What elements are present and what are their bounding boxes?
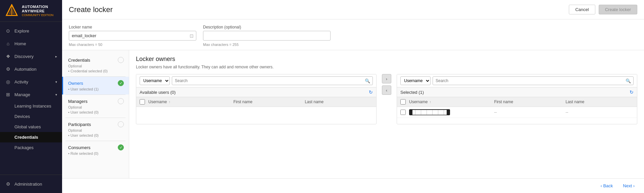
step-consumers[interactable]: Consumers ✓ • Role selected (0) [62,141,129,159]
available-search-icon: 🔍 [365,78,370,83]
sidebar-item-devices[interactable]: Devices [0,111,62,122]
move-right-button[interactable]: › [382,74,391,83]
selected-col-lastname: Last name [565,100,634,104]
activity-chevron: ▾ [55,80,57,84]
content-body: Credentials Optional • Credential select… [62,50,644,178]
cancel-button[interactable]: Cancel [569,5,595,14]
step-managers-label: Managers [68,99,88,104]
sidebar-label-manage: Manage [14,92,30,97]
available-col-lastname: Last name [305,100,373,104]
description-input[interactable] [203,31,331,41]
sidebar-label-explore: Explore [14,28,29,34]
selected-search-input[interactable] [433,76,634,85]
sidebar-label-administration: Administration [14,182,42,187]
sidebar-label-discovery: Discovery [14,54,34,59]
username-pill: ████████████ [409,109,450,115]
sidebar-item-global-values[interactable]: Global values [0,122,62,132]
brand-name2: ANYWHERE [22,9,53,13]
sidebar-item-discovery[interactable]: ❖ Discovery ▸ [0,50,62,63]
transfer-buttons: › ‹ [381,74,393,95]
manage-chevron: ▾ [55,93,57,96]
available-column-header: Username 🔍 [136,74,376,87]
step-credentials-label: Credentials [68,58,90,63]
available-refresh-icon[interactable]: ↻ [369,89,373,95]
selected-column-header: Username 🔍 [397,74,637,87]
locker-name-hint: Max characters = 50 [69,43,196,47]
discovery-icon: ❖ [5,53,11,59]
sidebar-label-automation: Automation [14,67,37,72]
available-users-column: Username 🔍 Available users (0) ↻ [136,74,377,124]
create-locker-button[interactable]: Create locker [599,5,637,14]
step-participants-meta2: • User selected (0) [68,133,124,137]
sidebar-label-packages: Packages [14,145,34,150]
step-managers-meta2: • User selected (0) [68,110,124,114]
selected-title: Selected (1) [400,90,424,95]
step-owners-status: ✓ [118,80,124,86]
page-title: Create locker [69,5,113,14]
selected-row-checkbox[interactable] [400,110,406,115]
available-col-firstname: First name [233,100,301,104]
sidebar-label-devices: Devices [14,114,30,119]
sidebar-item-explore[interactable]: ⊙ Explore [0,24,62,37]
explore-icon: ⊙ [5,28,11,34]
table-row: ████████████ -- -- [397,107,637,118]
move-left-button[interactable]: ‹ [382,85,391,95]
sidebar-item-learning-instances[interactable]: Learning Instances [0,101,62,111]
sidebar-item-administration[interactable]: ⚙ Administration [0,178,62,190]
selected-search-wrap: 🔍 [433,76,634,85]
page-header: Create locker Cancel Create locker [62,0,644,19]
form-area: Locker name ⊡ Max characters = 50 Descri… [62,19,644,50]
step-consumers-label: Consumers [68,145,90,150]
back-button[interactable]: ‹ Back [598,182,615,190]
automation-icon: ⚙ [5,66,11,72]
sidebar-item-manage[interactable]: ⊞ Manage ▾ [0,88,62,101]
step-credentials-meta2: • Credential selected (0) [68,69,124,73]
selected-title-row: Selected (1) ↻ [397,87,637,97]
sidebar-label-home: Home [14,41,26,46]
sidebar-item-activity[interactable]: ◎ Activity ▾ [0,75,62,88]
sidebar-item-automation[interactable]: ⚙ Automation [0,63,62,75]
available-select-all[interactable] [140,99,145,105]
available-search-input[interactable] [172,76,373,85]
step-consumers-meta1: • Role selected (0) [68,151,124,155]
description-group: Description (optional) Max characters = … [203,25,331,47]
step-managers[interactable]: Managers Optional • User selected (0) [62,95,129,118]
selected-filter-select[interactable]: Username [400,76,431,85]
step-managers-meta1: Optional [68,105,124,109]
sidebar-item-credentials[interactable]: Credentials [0,132,62,142]
selected-table: Username ↑ First name Last name ████████… [397,97,637,124]
sidebar: AUTOMATION ANYWHERE Community Edition ⊙ … [0,0,62,193]
step-credentials[interactable]: Credentials Optional • Credential select… [62,54,129,76]
clear-icon[interactable]: ⊡ [190,33,194,39]
available-search-wrap: 🔍 [172,76,373,85]
selected-refresh-icon[interactable]: ↻ [630,89,634,95]
step-participants[interactable]: Participants Optional • User selected (0… [62,118,129,141]
activity-icon: ◎ [5,79,11,85]
step-owners-meta1: • User selected (1) [68,87,124,91]
sidebar-item-home[interactable]: ⌂ Home [0,37,62,50]
locker-owners-desc: Locker owners have all functionality. Th… [136,65,637,69]
step-owners[interactable]: Owners ✓ • User selected (1) [62,77,129,94]
step-participants-meta1: Optional [68,128,124,132]
selected-table-header: Username ↑ First name Last name [397,97,637,107]
locker-name-label: Locker name [69,25,196,29]
sidebar-item-packages[interactable]: Packages [0,142,62,153]
step-managers-status [118,98,124,104]
locker-name-input[interactable] [69,31,196,41]
header-buttons: Cancel Create locker [569,5,637,14]
home-icon: ⌂ [5,41,11,47]
available-filter-select[interactable]: Username [140,76,170,85]
logo-icon [5,4,18,17]
step-owners-label: Owners [68,81,83,86]
discovery-chevron: ▸ [55,55,57,58]
available-table: Username ↑ First name Last name [136,97,376,124]
selected-row-firstname: -- [494,110,562,115]
sidebar-label-credentials: Credentials [14,135,38,140]
user-select-area: Username 🔍 Available users (0) ↻ [136,74,637,124]
selected-select-all[interactable] [400,99,406,105]
step-credentials-meta1: Optional [68,64,124,68]
next-button[interactable]: Next › [620,182,637,190]
available-title-row: Available users (0) ↻ [136,87,376,97]
footer: ‹ Back Next › [62,178,644,193]
selected-users-column: Username 🔍 Selected (1) ↻ [397,74,637,124]
